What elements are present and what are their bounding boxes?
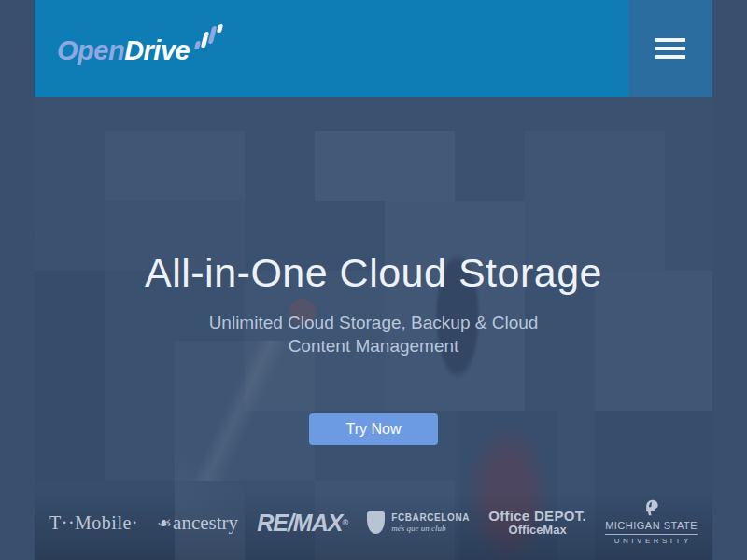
- hero-subtitle-line1: Unlimited Cloud Storage, Backup & Cloud: [35, 311, 712, 334]
- try-now-button[interactable]: Try Now: [309, 413, 438, 445]
- fcb-crest-icon: [367, 511, 385, 534]
- fcb-logo-label: FCBARCELONA: [391, 512, 470, 524]
- hero-subtitle: Unlimited Cloud Storage, Backup & Cloud …: [35, 311, 712, 357]
- opendrive-logo[interactable]: OpenDrive: [57, 24, 222, 64]
- fcb-tagline: més que un club: [391, 524, 470, 534]
- brand-logos-row: T··Mobile· ❧ ancestry RE/MAX® FCBARCELON…: [35, 493, 712, 553]
- logo-bars-icon: [192, 24, 222, 51]
- ancestry-logo: ❧ ancestry: [157, 511, 238, 535]
- michigan-state-logo: MICHIGAN STATE UNIVERSITY: [605, 498, 698, 547]
- page-title: All-in-One Cloud Storage: [35, 250, 712, 296]
- fcbarcelona-logo: FCBARCELONA més que un club: [367, 511, 470, 534]
- top-navbar: OpenDrive: [35, 0, 712, 97]
- msu-logo-line1: MICHIGAN STATE: [605, 519, 698, 535]
- registered-mark: ®: [342, 518, 348, 527]
- officedepot-logo-line1: Office DEPOT.: [488, 508, 586, 524]
- remax-logo-label: RE/MAX: [257, 510, 342, 537]
- msu-logo-line2: UNIVERSITY: [611, 537, 692, 546]
- menu-button[interactable]: [628, 0, 712, 97]
- ancestry-logo-label: ancestry: [173, 511, 238, 535]
- tmobile-logo: T··Mobile·: [49, 512, 138, 534]
- logo-text-open: Open: [57, 35, 124, 65]
- hero-subtitle-line2: Content Management: [35, 334, 712, 357]
- remax-logo: RE/MAX®: [257, 510, 348, 537]
- spartan-helmet-icon: [642, 498, 661, 517]
- hero-section: All-in-One Cloud Storage Unlimited Cloud…: [35, 97, 712, 560]
- logo-text-drive: Drive: [124, 35, 190, 65]
- officemax-logo-line2: OfficeMax: [509, 524, 567, 538]
- officedepot-logo: Office DEPOT. OfficeMax: [488, 508, 586, 538]
- leaf-icon: ❧: [157, 512, 172, 534]
- tmobile-logo-label: T··Mobile·: [49, 512, 138, 534]
